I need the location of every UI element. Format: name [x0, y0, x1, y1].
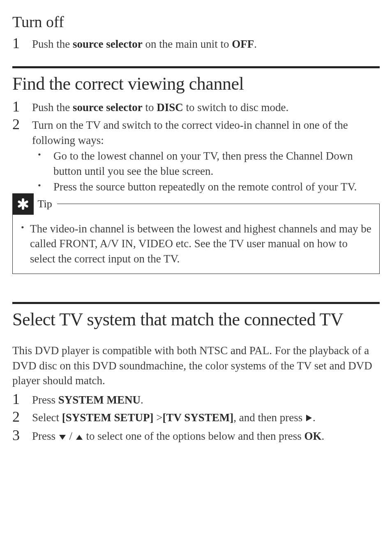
text: . [321, 430, 324, 442]
triangle-up-icon [75, 429, 83, 444]
step-number: 1 [12, 35, 32, 52]
step-text: Select [SYSTEM SETUP] >[TV SYSTEM], and … [32, 408, 380, 426]
divider [12, 66, 380, 68]
bold-text: OFF [232, 38, 254, 50]
step-text: Press / to select one of the options bel… [32, 427, 380, 444]
text: to select one of the options below and t… [83, 430, 304, 442]
bold-text: SYSTEM MENU [58, 394, 141, 406]
divider [12, 302, 380, 304]
heading-tv-system: Select TV system that match the connecte… [12, 307, 380, 332]
bold-text: source selector [73, 101, 143, 114]
tip-header: Tip [12, 193, 380, 215]
intro-paragraph: This DVD player is compatible with both … [12, 343, 380, 388]
tip-box: Tip The video-in channel is between the … [12, 204, 380, 274]
bold-text: [SYSTEM SETUP] [62, 411, 154, 424]
text: to switch to disc mode. [183, 101, 288, 114]
bold-text: OK [304, 430, 321, 442]
bold-text: source selector [73, 38, 143, 50]
heading-find-channel: Find the correct viewing channel [12, 72, 380, 96]
triangle-down-icon [58, 429, 67, 444]
step-number: 1 [12, 98, 32, 115]
text: Push the [32, 38, 73, 50]
tip-content: The video-in channel is between the lowe… [13, 215, 379, 274]
step-number: 2 [12, 408, 32, 425]
text: on the main unit to [143, 38, 232, 50]
text: . [254, 38, 257, 50]
text: > [154, 411, 163, 424]
text: Push the [32, 101, 73, 114]
section-turn-off: Turn off 1 Push the source selector on t… [12, 12, 380, 52]
text: , and then press [233, 411, 305, 424]
step-row: 2 Turn on the TV and switch to the corre… [12, 116, 380, 148]
step-text: Turn on the TV and switch to the correct… [32, 116, 380, 148]
svg-marker-4 [59, 435, 66, 440]
bold-text: DISC [157, 101, 183, 114]
svg-marker-3 [306, 415, 312, 421]
list-item: Press the source button repeatedly on th… [32, 179, 380, 194]
section-find-channel: Find the correct viewing channel 1 Push … [12, 72, 380, 274]
text: . [141, 394, 143, 406]
step-number: 1 [12, 391, 32, 408]
step-row: 1 Press SYSTEM MENU. [12, 391, 380, 408]
text: / [67, 430, 75, 442]
text: to [143, 101, 157, 114]
step-row: 2 Select [SYSTEM SETUP] >[TV SYSTEM], an… [12, 408, 380, 426]
text: Select [32, 411, 62, 424]
tip-label: Tip [34, 197, 57, 211]
text: Turn on the TV and switch to the correct… [32, 119, 348, 146]
svg-marker-5 [76, 435, 83, 440]
step-text: Push the source selector to DISC to swit… [32, 98, 380, 115]
heading-turn-off: Turn off [12, 12, 380, 32]
tip-text: The video-in channel is between the lowe… [20, 221, 372, 266]
text: . [313, 411, 316, 424]
step-text: Push the source selector on the main uni… [32, 35, 380, 51]
step-number: 2 [12, 116, 32, 133]
play-right-icon [305, 411, 313, 426]
section-tv-system: Select TV system that match the connecte… [12, 307, 380, 444]
bullet-list: Go to the lowest channel on your TV, the… [12, 149, 380, 194]
step-number: 3 [12, 427, 32, 444]
step-row: 1 Push the source selector on the main u… [12, 35, 380, 52]
tip-asterisk-icon [12, 193, 34, 215]
step-row: 1 Push the source selector to DISC to sw… [12, 98, 380, 115]
text: Press [32, 430, 58, 442]
step-text: Press SYSTEM MENU. [32, 391, 380, 407]
bold-text: [TV SYSTEM] [163, 411, 234, 424]
step-row: 3 Press / to select one of the options b… [12, 427, 380, 444]
text: Press [32, 394, 58, 406]
list-item: Go to the lowest channel on your TV, the… [32, 149, 380, 179]
